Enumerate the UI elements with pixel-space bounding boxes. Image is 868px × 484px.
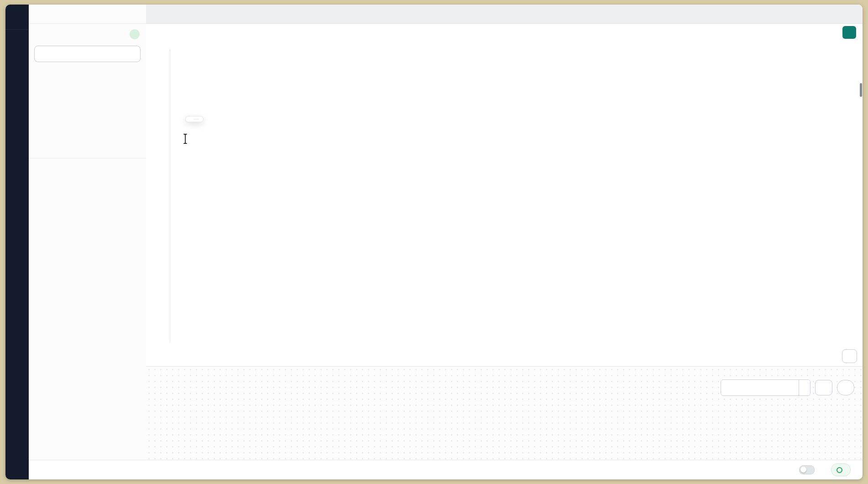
commit-and-sync-select[interactable] bbox=[34, 46, 141, 62]
fullscreen-icon[interactable] bbox=[815, 380, 832, 395]
dbt-copilot-button[interactable] bbox=[842, 349, 857, 363]
branch-row[interactable] bbox=[29, 5, 146, 24]
update-graph-button[interactable] bbox=[799, 380, 810, 395]
dbt-ide-window bbox=[5, 5, 863, 479]
edit-tooltip[interactable] bbox=[185, 116, 204, 122]
indent-guide bbox=[170, 49, 170, 342]
file-explorer-header[interactable] bbox=[29, 158, 146, 165]
left-panel bbox=[29, 5, 146, 460]
lineage-selector-group bbox=[721, 379, 810, 396]
status-bar bbox=[29, 460, 863, 479]
scrollbar-thumb[interactable] bbox=[860, 83, 862, 97]
file-tree bbox=[29, 176, 146, 460]
minimap[interactable] bbox=[810, 43, 859, 120]
refresh-icon[interactable] bbox=[837, 380, 854, 395]
lineage-selector-input[interactable] bbox=[721, 380, 799, 395]
breadcrumb-row bbox=[146, 24, 863, 41]
version-control-header[interactable] bbox=[29, 24, 146, 42]
lineage-graph-panel bbox=[146, 366, 863, 460]
changes-count-badge bbox=[130, 29, 140, 39]
screenshot-frame: { "panel": { "branch": "mirnawong1-patch… bbox=[0, 0, 868, 484]
dbt-logo[interactable] bbox=[5, 5, 29, 30]
defer-toggle[interactable] bbox=[799, 465, 815, 474]
lineage-controls bbox=[721, 379, 854, 396]
icon-rail bbox=[5, 5, 29, 479]
ready-ring-icon bbox=[837, 467, 842, 473]
status-badge[interactable] bbox=[831, 463, 851, 476]
file-explorer-section bbox=[29, 158, 146, 460]
main-column bbox=[146, 5, 863, 460]
bottom-toolbar bbox=[146, 346, 863, 366]
code-editor[interactable] bbox=[146, 40, 863, 346]
editor-tab-bar bbox=[146, 5, 863, 24]
edit-tooltip-shortcut bbox=[193, 119, 199, 120]
save-button[interactable] bbox=[842, 26, 856, 39]
text-cursor-pointer bbox=[183, 133, 188, 146]
